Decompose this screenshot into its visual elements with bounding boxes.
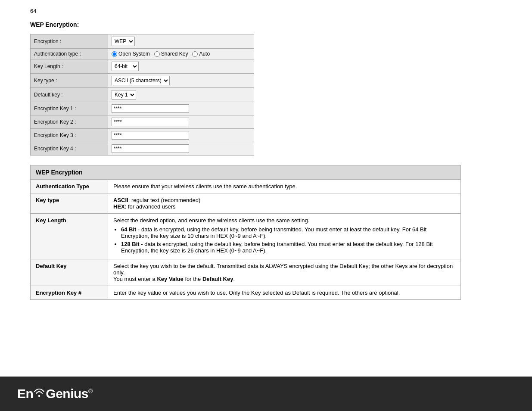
enc-key3-label: Encryption Key 3 :	[31, 129, 108, 142]
logo-genius: Genius	[46, 386, 88, 401]
enc-key1-label: Encryption Key 1 :	[31, 102, 108, 115]
key-length-desc-row: Key Length Select the desired option, an…	[31, 214, 461, 259]
shared-key-option[interactable]: Shared Key	[154, 51, 188, 57]
key-length-label: Key Length :	[31, 59, 108, 74]
enc-key2-value-cell	[108, 115, 254, 129]
enc-key3-row: Encryption Key 3 :	[31, 129, 254, 142]
enc-key2-input[interactable]	[112, 118, 189, 126]
default-key-label: Default key :	[31, 88, 108, 102]
auth-type-label: Authentication type :	[31, 49, 108, 59]
auth-type-row: Authentication type : Open System Shared…	[31, 49, 254, 59]
encryption-value-cell: WEP	[108, 34, 254, 49]
auth-type-term: Authentication Type	[31, 180, 108, 193]
enc-key3-input[interactable]	[112, 131, 189, 140]
auth-radio-group: Open System Shared Key Auto	[112, 51, 250, 57]
key-length-select[interactable]: 64-bit 128-bit	[112, 62, 139, 71]
key-type-term: Key type	[31, 193, 108, 214]
key-length-list: 64 Bit - data is encrypted, using the de…	[121, 226, 455, 254]
default-key-row: Default key : Key 1 Key 2 Key 3 Key 4	[31, 88, 254, 102]
key-type-desc-row: Key type ASCII: regular text (recommende…	[31, 193, 461, 214]
key-type-row: Key type : ASCII (5 characters) HEX (10 …	[31, 74, 254, 88]
enc-key-term: Encryption Key #	[31, 286, 108, 300]
encryption-select[interactable]: WEP	[112, 37, 135, 46]
default-key-intro: Select the key you wish to be the defaul…	[113, 263, 453, 276]
key-length-value-cell: 64-bit 128-bit	[108, 59, 254, 74]
enc-key2-row: Encryption Key 2 :	[31, 115, 254, 129]
auth-type-desc-row: Authentication Type Please ensure that y…	[31, 180, 461, 193]
default-key-def: Select the key you wish to be the defaul…	[108, 259, 461, 286]
open-system-option[interactable]: Open System	[112, 51, 150, 57]
key-type-label: Key type :	[31, 74, 108, 88]
encryption-label: Encryption :	[31, 34, 108, 49]
logo-registered: ®	[88, 388, 93, 395]
default-key-extra: You must enter a Key Value for the Defau…	[113, 276, 235, 282]
footer: En Genius®	[0, 377, 532, 411]
enc-key4-value-cell	[108, 142, 254, 156]
key-length-def: Select the desired option, and ensure th…	[108, 214, 461, 259]
key-type-select[interactable]: ASCII (5 characters) HEX (10 characters)	[112, 76, 170, 85]
auth-type-value-cell: Open System Shared Key Auto	[108, 49, 254, 59]
wifi-icon	[33, 389, 45, 397]
enc-key2-label: Encryption Key 2 :	[31, 115, 108, 129]
logo-en: En	[17, 386, 33, 401]
desc-header-row: WEP Encryption	[31, 165, 461, 180]
enc-key1-value-cell	[108, 102, 254, 115]
shared-key-radio[interactable]	[154, 51, 160, 57]
64bit-item: 64 Bit - data is encrypted, using the de…	[121, 226, 455, 239]
hex-label: HEX: for advanced users	[113, 203, 176, 210]
default-key-desc-row: Default Key Select the key you wish to b…	[31, 259, 461, 286]
enc-key-def: Enter the key value or values you wish t…	[108, 286, 461, 300]
logo-text: En Genius®	[17, 386, 93, 401]
enc-key3-value-cell	[108, 129, 254, 142]
wep-form-table: Encryption : WEP Authentication type : O…	[30, 34, 254, 156]
default-key-value-cell: Key 1 Key 2 Key 3 Key 4	[108, 88, 254, 102]
key-length-row: Key Length : 64-bit 128-bit	[31, 59, 254, 74]
key-type-value-cell: ASCII (5 characters) HEX (10 characters)	[108, 74, 254, 88]
encryption-row: Encryption : WEP	[31, 34, 254, 49]
128bit-item: 128 Bit - data is encrypted, using the d…	[121, 241, 455, 254]
svg-point-0	[38, 395, 40, 397]
enc-key1-input[interactable]	[112, 104, 189, 113]
default-key-select[interactable]: Key 1 Key 2 Key 3 Key 4	[112, 90, 136, 100]
enc-key4-row: Encryption Key 4 :	[31, 142, 254, 156]
open-system-radio[interactable]	[112, 51, 117, 57]
enc-key4-input[interactable]	[112, 144, 189, 153]
ascii-label: ASCII: regular text (recommended)	[113, 197, 200, 203]
engenius-logo: En Genius®	[17, 386, 93, 401]
enc-key-intro: Enter the key value or values you wish t…	[113, 290, 400, 296]
enc-key1-row: Encryption Key 1 :	[31, 102, 254, 115]
auto-radio[interactable]	[192, 51, 198, 57]
page-number: 64	[0, 0, 532, 17]
auto-option[interactable]: Auto	[192, 51, 210, 57]
enc-key4-label: Encryption Key 4 :	[31, 142, 108, 156]
key-type-def: ASCII: regular text (recommended) HEX: f…	[108, 193, 461, 214]
auth-type-def: Please ensure that your wireless clients…	[108, 180, 461, 193]
desc-table: WEP Encryption Authentication Type Pleas…	[30, 165, 461, 300]
section-title: WEP Encryption:	[30, 21, 502, 28]
key-length-intro: Select the desired option, and ensure th…	[113, 217, 309, 224]
key-length-term: Key Length	[31, 214, 108, 259]
logo-wifi	[33, 386, 45, 400]
desc-header: WEP Encryption	[31, 165, 461, 180]
enc-key-desc-row: Encryption Key # Enter the key value or …	[31, 286, 461, 300]
default-key-term: Default Key	[31, 259, 108, 286]
